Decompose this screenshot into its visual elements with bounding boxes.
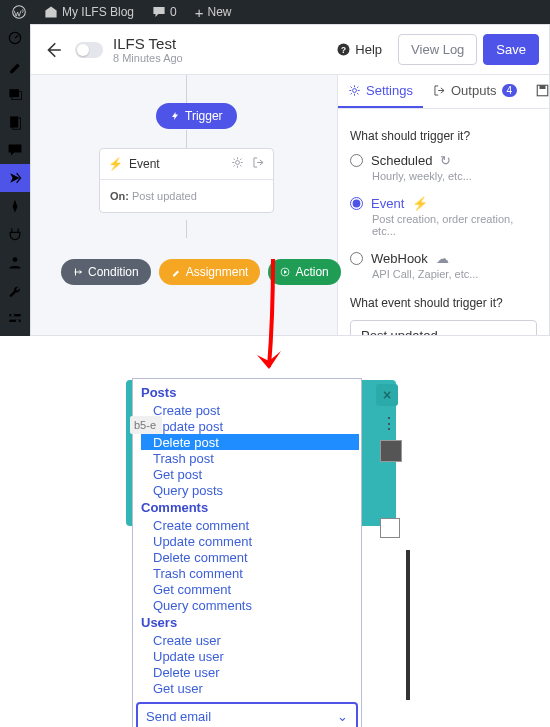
sidebar-plugins[interactable]	[0, 220, 30, 248]
dropdown-item[interactable]: Get user	[141, 680, 361, 696]
tab-save-icon[interactable]	[527, 75, 550, 108]
view-log-button[interactable]: View Log	[398, 34, 477, 65]
svg-point-10	[16, 319, 19, 322]
trigger-label: Trigger	[185, 109, 223, 123]
right-panel: Settings Outputs4 What should trigger it…	[337, 75, 549, 335]
chip-assignment-label: Assignment	[186, 265, 249, 279]
radio-webhook-desc: API Call, Zapier, etc...	[372, 268, 537, 280]
wp-new[interactable]: +New	[187, 5, 240, 20]
wp-logo[interactable]	[4, 5, 34, 19]
editor-header: ILFS Test 8 Minutes Ago ?Help View Log S…	[31, 25, 549, 75]
sidebar-dashboard[interactable]	[0, 24, 30, 52]
sidebar-media[interactable]	[0, 80, 30, 108]
wp-adminbar: My ILFS Blog 0 +New	[0, 0, 550, 24]
dropdown-item[interactable]: Delete post	[141, 434, 359, 450]
svg-point-9	[11, 314, 14, 317]
dropdown-item[interactable]: Query posts	[141, 482, 361, 498]
side-box-icon[interactable]	[380, 518, 400, 538]
dropdown-item[interactable]: Trash comment	[141, 565, 361, 581]
radio-scheduled-label: Scheduled	[371, 153, 432, 168]
event-select-value: Post updated	[361, 328, 438, 335]
bolt-icon: ⚡	[412, 196, 428, 211]
sidebar-tools[interactable]	[0, 276, 30, 304]
item-tag: b5-e	[130, 416, 162, 434]
exit-icon[interactable]	[252, 156, 265, 172]
chip-action-label: Action	[295, 265, 328, 279]
sidebar-workflow[interactable]	[0, 164, 30, 192]
radio-event-desc: Post creation, order creation, etc...	[372, 213, 537, 237]
dropdown-item[interactable]: Update post	[141, 418, 361, 434]
dropdown-group: Users	[141, 613, 361, 632]
event-on-value: Post updated	[132, 190, 197, 202]
svg-text:?: ?	[341, 46, 346, 55]
add-action-chip[interactable]: Action	[268, 259, 340, 285]
dropdown-item[interactable]: Query comments	[141, 597, 361, 613]
radio-scheduled[interactable]: Scheduled↻ Hourly, weekly, etc...	[350, 153, 537, 182]
sidebar-posts[interactable]	[0, 52, 30, 80]
svg-rect-17	[540, 85, 546, 89]
event-node[interactable]: ⚡ Event On: Post updated	[99, 148, 274, 213]
dropdown-item[interactable]: Delete comment	[141, 549, 361, 565]
save-button[interactable]: Save	[483, 34, 539, 65]
user-icon[interactable]	[380, 440, 402, 462]
dropdown-item[interactable]: Get comment	[141, 581, 361, 597]
question-event: What event should trigger it?	[350, 296, 537, 310]
tab-settings-label: Settings	[366, 83, 413, 98]
tab-outputs-badge: 4	[502, 84, 518, 97]
wp-comments-count: 0	[170, 5, 177, 19]
back-button[interactable]	[41, 38, 65, 62]
dropdown-item[interactable]: Get post	[141, 466, 361, 482]
dropdown-item[interactable]: Update comment	[141, 533, 361, 549]
event-select[interactable]: Post updated	[350, 320, 537, 335]
sidebar-pages[interactable]	[0, 108, 30, 136]
tab-settings[interactable]: Settings	[338, 75, 423, 108]
radio-webhook-label: WebHook	[371, 251, 428, 266]
close-icon[interactable]: ×	[376, 384, 398, 406]
add-assignment-chip[interactable]: Assignment	[159, 259, 261, 285]
workflow-subtitle: 8 Minutes Ago	[113, 52, 183, 64]
question-trigger: What should trigger it?	[350, 129, 537, 143]
wp-site-name: My ILFS Blog	[62, 5, 134, 19]
dropdown-item[interactable]: Create user	[141, 632, 361, 648]
clock-icon: ↻	[440, 153, 451, 168]
action-dropdown[interactable]: PostsCreate postUpdate postDelete postTr…	[132, 378, 362, 727]
action-dropdown-overlay: × ⋮ b5-e PostsCreate postUpdate postDele…	[132, 378, 396, 727]
trigger-node[interactable]: Trigger	[156, 103, 237, 129]
svg-point-15	[353, 88, 357, 92]
chevron-down-icon: ⌄	[337, 709, 348, 724]
gear-icon[interactable]	[231, 156, 244, 172]
add-condition-chip[interactable]: Condition	[61, 259, 151, 285]
dropdown-item[interactable]: Create comment	[141, 517, 361, 533]
dropdown-list[interactable]: PostsCreate postUpdate postDelete postTr…	[133, 379, 361, 699]
sidebar-settings[interactable]	[0, 304, 30, 332]
more-icon[interactable]: ⋮	[380, 414, 398, 432]
wp-sidebar	[0, 24, 30, 336]
cloud-icon: ☁	[436, 251, 449, 266]
sidebar-comments[interactable]	[0, 136, 30, 164]
enable-toggle[interactable]	[75, 42, 103, 58]
dropdown-selected[interactable]: Send email ⌄	[136, 702, 358, 727]
wp-comments[interactable]: 0	[144, 5, 185, 19]
help-link[interactable]: ?Help	[336, 42, 382, 57]
dropdown-item[interactable]: Update user	[141, 648, 361, 664]
radio-webhook[interactable]: WebHook☁ API Call, Zapier, etc...	[350, 251, 537, 280]
dropdown-item[interactable]: Delete user	[141, 664, 361, 680]
panel-tabs: Settings Outputs4	[338, 75, 549, 109]
tab-outputs-label: Outputs	[451, 83, 497, 98]
workflow-canvas[interactable]: Trigger ⚡ Event On: Post updated	[31, 75, 337, 335]
svg-point-6	[13, 257, 18, 262]
sidebar-appearance[interactable]	[0, 192, 30, 220]
workflow-title: ILFS Test	[113, 35, 183, 52]
dropdown-group: Posts	[141, 383, 361, 402]
radio-event-label: Event	[371, 196, 404, 211]
radio-event[interactable]: Event⚡ Post creation, order creation, et…	[350, 196, 537, 237]
dropdown-item[interactable]: Create post	[141, 402, 361, 418]
workflow-editor: ILFS Test 8 Minutes Ago ?Help View Log S…	[30, 24, 550, 336]
help-label: Help	[355, 42, 382, 57]
event-on-label: On:	[110, 190, 129, 202]
tab-outputs[interactable]: Outputs4	[423, 75, 527, 108]
sidebar-users[interactable]	[0, 248, 30, 276]
dropdown-group: Comments	[141, 498, 361, 517]
wp-site-link[interactable]: My ILFS Blog	[36, 5, 142, 19]
dropdown-item[interactable]: Trash post	[141, 450, 361, 466]
